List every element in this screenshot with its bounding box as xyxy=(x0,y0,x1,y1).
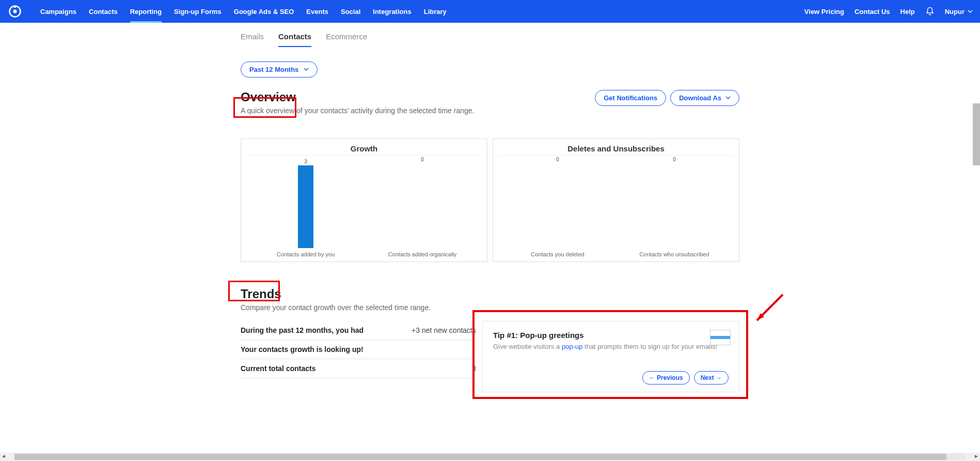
get-notifications-button[interactable]: Get Notifications xyxy=(595,90,666,106)
trend-value: +3 net new contacts xyxy=(412,326,476,334)
date-range-label: Past 12 Months xyxy=(249,66,298,73)
main-content: Emails Contacts Ecommerce Past 12 Months… xyxy=(241,23,739,413)
nav-right: View Pricing Contact Us Help Nupur xyxy=(804,7,973,16)
trends-title: Trends xyxy=(241,287,739,301)
tip-card: Tip #1: Pop-up greetings Give website vi… xyxy=(482,321,739,392)
chart-bar-column: 0 xyxy=(616,156,733,248)
trend-label: Current total contacts xyxy=(241,364,315,373)
annotation-highlight-tip xyxy=(472,310,748,399)
tab-emails[interactable]: Emails xyxy=(241,32,264,47)
chart-categories: Contacts added by youContacts added orga… xyxy=(247,248,481,257)
nav-integrations[interactable]: Integrations xyxy=(367,0,417,23)
view-pricing-link[interactable]: View Pricing xyxy=(804,8,844,16)
chart-bar-column: 0 xyxy=(364,156,481,248)
chevron-down-icon xyxy=(725,94,731,102)
nav-social[interactable]: Social xyxy=(335,0,367,23)
vertical-scrollbar[interactable] xyxy=(973,103,980,165)
chart-category-label: Contacts you deleted xyxy=(499,251,616,257)
bar-value-label: 0 xyxy=(673,157,676,162)
overview-header: Overview A quick overview of your contac… xyxy=(241,90,739,115)
download-as-button[interactable]: Download As xyxy=(670,90,739,106)
chart-bar-column: 0 xyxy=(499,156,616,248)
bar-value-label: 3 xyxy=(304,159,307,164)
nav-reporting[interactable]: Reporting xyxy=(124,0,168,23)
tip-body: Give website visitors a pop-up that prom… xyxy=(493,343,729,350)
chart-title: Growth xyxy=(247,144,481,153)
tip-thumbnail-icon xyxy=(710,330,731,345)
chart-bar xyxy=(298,165,313,248)
trend-label: During the past 12 months, you had xyxy=(241,326,363,334)
date-range-dropdown[interactable]: Past 12 Months xyxy=(241,62,318,78)
app-logo[interactable] xyxy=(7,4,23,19)
overview-subtitle: A quick overview of your contacts' activ… xyxy=(241,106,474,115)
trend-row: Your contacts growth is looking up! xyxy=(241,340,476,359)
help-link[interactable]: Help xyxy=(900,8,915,16)
trend-row: Current total contacts 3 xyxy=(241,359,476,378)
trend-row: During the past 12 months, you had +3 ne… xyxy=(241,321,476,340)
chart-category-label: Contacts added by you xyxy=(247,251,364,257)
user-menu[interactable]: Nupur xyxy=(945,8,973,16)
nav-signup-forms[interactable]: Sign-up Forms xyxy=(168,0,228,23)
bar-value-label: 0 xyxy=(556,157,559,162)
overview-title: Overview xyxy=(241,90,474,104)
chart-body: 00 xyxy=(499,155,733,248)
nav-campaigns[interactable]: Campaigns xyxy=(34,0,83,23)
trend-label: Your contacts growth is looking up! xyxy=(241,345,363,354)
tip-title: Tip #1: Pop-up greetings xyxy=(493,331,729,340)
growth-chart: Growth 30 Contacts added by youContacts … xyxy=(241,139,487,262)
tab-ecommerce[interactable]: Ecommerce xyxy=(326,32,367,47)
chart-bar-column: 3 xyxy=(247,156,364,248)
user-name: Nupur xyxy=(945,8,965,16)
trend-value-link[interactable]: 3 xyxy=(472,364,476,373)
nav-library[interactable]: Library xyxy=(418,0,453,23)
notifications-bell-icon[interactable] xyxy=(925,7,935,16)
svg-point-1 xyxy=(13,10,17,13)
trends-section: Trends Compare your contact growth over … xyxy=(241,287,739,392)
chart-categories: Contacts you deletedContacts who unsubsc… xyxy=(499,248,733,257)
top-nav: Campaigns Contacts Reporting Sign-up For… xyxy=(0,0,980,23)
trends-subtitle: Compare your contact growth over the sel… xyxy=(241,303,739,312)
bar-value-label: 0 xyxy=(421,157,424,162)
chart-category-label: Contacts who unsubscribed xyxy=(616,251,733,257)
tab-contacts[interactable]: Contacts xyxy=(278,32,311,47)
deletes-unsubscribes-chart: Deletes and Unsubscribes 00 Contacts you… xyxy=(493,139,739,262)
chevron-down-icon xyxy=(304,66,309,73)
nav-google-ads-seo[interactable]: Google Ads & SEO xyxy=(228,0,301,23)
tip-previous-button[interactable]: ← Previous xyxy=(642,371,690,385)
tip-popup-link[interactable]: pop-up xyxy=(562,343,582,350)
chart-body: 30 xyxy=(247,155,481,248)
chevron-down-icon xyxy=(968,8,973,16)
chart-title: Deletes and Unsubscribes xyxy=(499,144,733,153)
download-as-label: Download As xyxy=(679,94,721,102)
tip-body-prefix: Give website visitors a xyxy=(493,343,562,350)
nav-events[interactable]: Events xyxy=(300,0,335,23)
chart-category-label: Contacts added organically xyxy=(364,251,481,257)
nav-left: Campaigns Contacts Reporting Sign-up For… xyxy=(34,0,453,23)
annotation-arrow-icon xyxy=(752,292,788,328)
trends-stats: During the past 12 months, you had +3 ne… xyxy=(241,321,476,392)
tip-next-button[interactable]: Next → xyxy=(694,371,729,385)
sub-tabs: Emails Contacts Ecommerce xyxy=(241,23,739,47)
contact-us-link[interactable]: Contact Us xyxy=(855,8,890,16)
tip-body-suffix: that prompts them to sign up for your em… xyxy=(582,343,717,350)
nav-contacts[interactable]: Contacts xyxy=(83,0,124,23)
charts-row: Growth 30 Contacts added by youContacts … xyxy=(241,139,739,262)
